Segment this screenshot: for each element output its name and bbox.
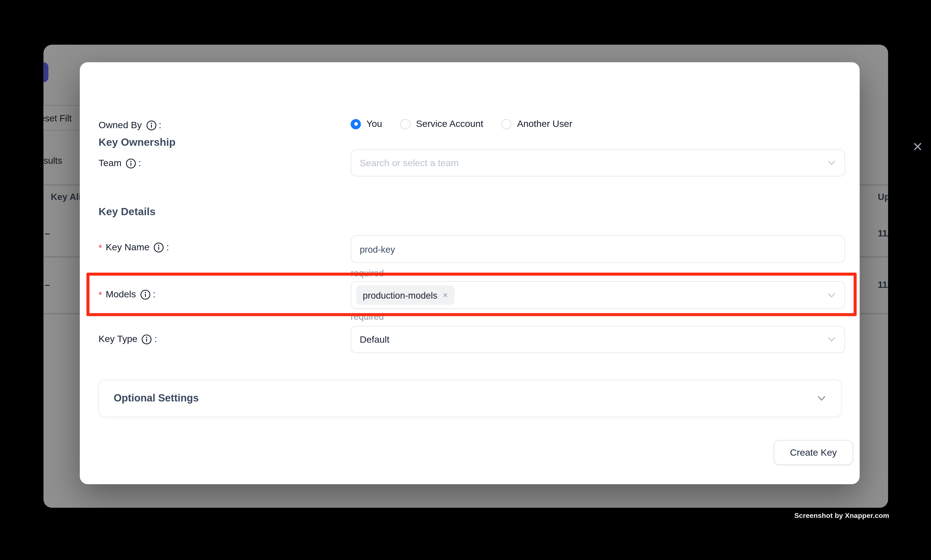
team-select-placeholder: Search or select a team (360, 157, 459, 168)
optional-settings-title: Optional Settings (114, 392, 199, 405)
team-label: Team : (98, 157, 141, 170)
radio-icon (501, 119, 511, 129)
label-colon: : (159, 120, 162, 131)
radio-option-another-user[interactable]: Another User (501, 118, 572, 129)
models-label: * Models : (98, 288, 155, 301)
models-label-text: Models (106, 289, 136, 300)
info-icon[interactable] (154, 242, 164, 252)
create-key-button[interactable]: Create Key (774, 440, 853, 465)
section-title-key-ownership: Key Ownership (98, 136, 175, 149)
screenshot-stage: eset Filt sults Key Alia Up – 11/ – 11/ … (0, 0, 931, 560)
key-name-required-hint: required (351, 268, 384, 278)
owned-by-label-text: Owned By (98, 120, 142, 131)
radio-option-you[interactable]: You (351, 118, 382, 129)
tag-remove-icon[interactable]: × (443, 290, 448, 300)
key-type-value: Default (360, 334, 389, 345)
key-name-label: * Key Name : (98, 240, 169, 254)
models-tag-text: production-models (363, 290, 437, 300)
chevron-down-icon (827, 158, 836, 168)
chevron-down-icon (827, 291, 836, 300)
key-type-label: Key Type : (98, 332, 157, 346)
radio-label: Service Account (416, 118, 483, 129)
models-selected-tag: production-models × (356, 285, 454, 305)
radio-label: You (366, 118, 382, 129)
radio-icon (400, 119, 411, 129)
owned-by-label: Owned By : (98, 118, 161, 132)
required-asterisk: * (98, 242, 102, 252)
team-label-text: Team (98, 158, 122, 169)
models-select[interactable]: production-models × (351, 281, 845, 309)
info-icon[interactable] (126, 158, 136, 168)
key-name-input[interactable]: prod-key (351, 235, 845, 263)
info-icon[interactable] (142, 334, 152, 344)
radio-label: Another User (517, 118, 572, 129)
label-colon: : (166, 242, 169, 253)
info-icon[interactable] (140, 289, 150, 300)
close-icon[interactable]: ✕ (909, 138, 926, 155)
watermark-text: Screenshot by Xnapper.com (794, 512, 889, 519)
optional-settings-toggle[interactable]: Optional Settings (98, 380, 842, 417)
required-asterisk: * (98, 289, 102, 300)
key-type-select[interactable]: Default (351, 326, 845, 353)
models-required-hint: required (351, 311, 384, 322)
key-type-label-text: Key Type (98, 334, 137, 345)
create-key-modal: ✕ Key Ownership Owned By : You Service A… (80, 62, 860, 484)
key-name-label-text: Key Name (106, 242, 149, 253)
info-icon[interactable] (146, 120, 156, 130)
label-colon: : (153, 289, 155, 300)
key-name-value: prod-key (360, 244, 395, 254)
owned-by-radio-group: You Service Account Another User (351, 118, 572, 129)
team-select[interactable]: Search or select a team (351, 149, 845, 176)
label-colon: : (154, 334, 157, 345)
chevron-down-icon (827, 335, 836, 344)
radio-icon (351, 119, 361, 129)
chevron-down-icon (817, 394, 826, 403)
radio-option-service-account[interactable]: Service Account (400, 118, 483, 129)
label-colon: : (138, 158, 141, 169)
section-title-key-details: Key Details (98, 206, 155, 218)
